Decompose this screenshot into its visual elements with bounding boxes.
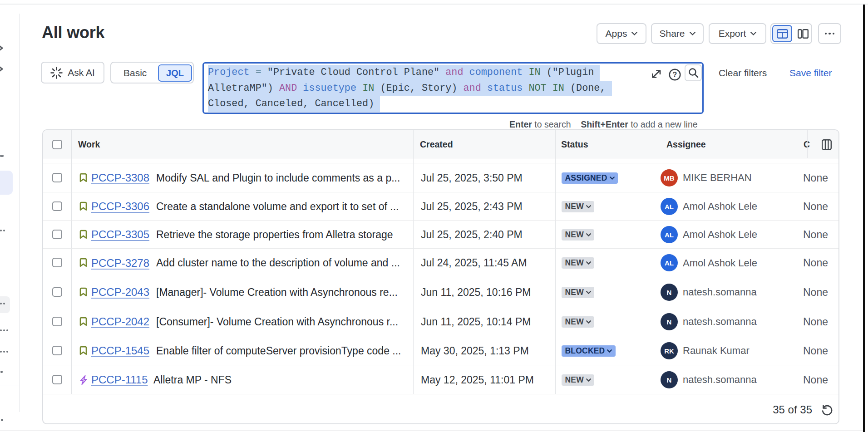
svg-text:?: ? (673, 71, 677, 79)
